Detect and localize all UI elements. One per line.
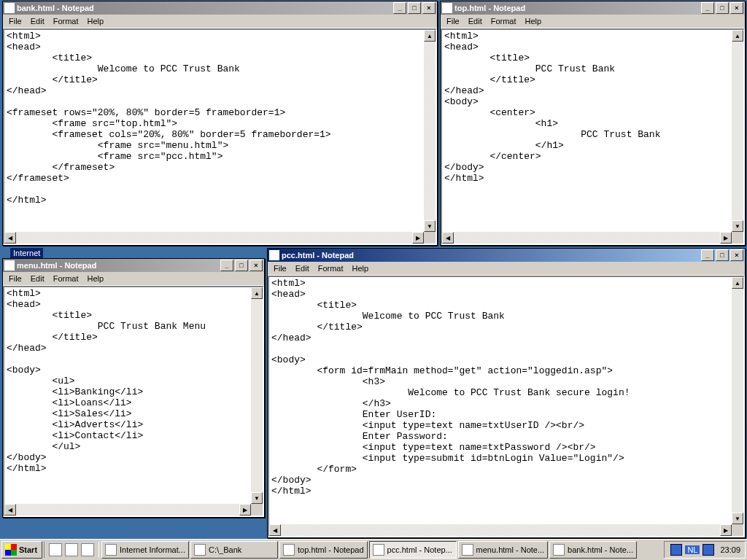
background-window-caption: Internet [10,248,43,258]
taskbar-item[interactable]: C:\_Bank [190,541,278,559]
menu-edit[interactable]: Edit [26,273,49,284]
resize-grip[interactable] [732,232,743,244]
document-content: <html> <head> <title> Welcome to PCC Tru… [4,30,424,206]
quicklaunch-ie-icon[interactable] [65,543,78,556]
menu-edit[interactable]: Edit [26,16,49,26]
resize-grip[interactable] [251,504,263,516]
menu-help[interactable]: Help [83,273,109,284]
scroll-down-icon[interactable]: ▼ [732,220,743,232]
close-button[interactable]: × [730,2,743,14]
close-button[interactable]: × [249,260,263,271]
taskbar-item[interactable]: bank.html - Note... [549,541,637,559]
tray-volume-icon[interactable] [703,544,714,556]
menu-format[interactable]: Format [49,16,83,26]
menu-help[interactable]: Help [83,16,109,26]
app-icon [553,544,565,556]
task-items: Internet Informat...C:\_Banktop.html - N… [99,541,664,559]
notepad-icon: ✎ [4,260,15,271]
scroll-up-icon[interactable]: ▲ [732,30,743,42]
tray-icon[interactable] [670,544,682,556]
title-text: top.html - Notepad [454,4,700,12]
menu-file[interactable]: File [269,263,291,273]
start-button[interactable]: Start [1,541,42,559]
taskbar-item-label: pcc.html - Notep... [387,545,452,554]
minimize-button[interactable]: _ [701,2,714,14]
scroll-down-icon[interactable]: ▼ [251,492,263,504]
text-area[interactable]: <html> <head> <title> PCC Trust Bank </t… [442,30,732,232]
titlebar-bank[interactable]: ✎ bank.html - Notepad _ □ × [3,1,437,15]
minimize-button[interactable]: _ [220,260,233,271]
scrollbar-vertical[interactable]: ▲▼ [251,287,263,504]
close-button[interactable]: × [730,249,743,261]
notepad-icon: ✎ [442,3,452,13]
menu-file[interactable]: File [442,16,464,26]
taskbar-item-label: bank.html - Note... [568,545,633,554]
language-indicator[interactable]: NL [685,545,700,554]
scrollbar-vertical[interactable]: ▲▼ [424,30,436,232]
resize-grip[interactable] [424,232,436,244]
menu-file[interactable]: File [4,273,26,284]
quicklaunch-outlook-icon[interactable] [81,543,94,556]
scroll-left-icon[interactable]: ◀ [4,504,16,516]
menu-edit[interactable]: Edit [464,16,487,26]
resize-grip[interactable] [732,524,743,536]
title-text: bank.html - Notepad [17,4,392,12]
system-tray: NL 23:09 [664,541,746,559]
taskbar-item[interactable]: top.html - Notepad [279,541,368,559]
scrollbar-horizontal[interactable]: ◀▶ [442,232,732,244]
menu-edit[interactable]: Edit [291,263,314,273]
text-area[interactable]: <html> <head> <title> PCC Trust Bank Men… [4,287,251,504]
titlebar-pcc[interactable]: ✎ pcc.html - Notepad _ □ × [268,249,745,262]
close-button[interactable]: × [422,2,436,14]
taskbar-item[interactable]: pcc.html - Notep... [369,541,457,559]
taskbar-item-label: top.html - Notepad [298,545,364,554]
scrollbar-horizontal[interactable]: ◀▶ [269,524,732,536]
title-text: pcc.html - Notepad [282,251,700,260]
scroll-down-icon[interactable]: ▼ [732,513,743,524]
titlebar-top[interactable]: ✎ top.html - Notepad _ □ × [441,1,745,15]
menu-help[interactable]: Help [348,263,374,273]
notepad-icon: ✎ [269,250,279,260]
scroll-left-icon[interactable]: ◀ [442,232,454,244]
scrollbar-vertical[interactable]: ▲▼ [732,277,743,524]
menubar: File Edit Format Help [268,262,745,276]
scrollbar-horizontal[interactable]: ◀▶ [4,232,424,244]
app-icon [194,544,206,556]
scroll-right-icon[interactable]: ▶ [412,232,424,244]
scroll-right-icon[interactable]: ▶ [720,232,732,244]
menu-file[interactable]: File [4,16,26,26]
windows-logo-icon [5,544,17,556]
scroll-up-icon[interactable]: ▲ [732,277,743,289]
scrollbar-vertical[interactable]: ▲▼ [732,30,743,232]
app-icon [283,544,295,556]
scroll-left-icon[interactable]: ◀ [4,232,16,244]
scroll-left-icon[interactable]: ◀ [269,524,281,536]
titlebar-menu[interactable]: ✎ menu.html - Notepad _ □ × [3,259,264,272]
window-bank: ✎ bank.html - Notepad _ □ × File Edit Fo… [2,1,438,246]
menu-format[interactable]: Format [49,273,83,284]
scroll-right-icon[interactable]: ▶ [720,524,732,536]
taskbar-item-label: menu.html - Note... [476,545,545,554]
maximize-button[interactable]: □ [235,260,248,271]
clock[interactable]: 23:09 [720,545,740,554]
scroll-down-icon[interactable]: ▼ [424,220,436,232]
menu-help[interactable]: Help [521,16,546,26]
text-area[interactable]: <html> <head> <title> Welcome to PCC Tru… [269,277,732,524]
scroll-up-icon[interactable]: ▲ [251,287,263,299]
menu-format[interactable]: Format [314,263,348,273]
quicklaunch-desktop-icon[interactable] [49,543,62,556]
maximize-button[interactable]: □ [716,2,729,14]
scroll-up-icon[interactable]: ▲ [424,30,436,42]
taskbar-item[interactable]: menu.html - Note... [458,541,549,559]
taskbar-item[interactable]: Internet Informat... [101,541,189,559]
scroll-right-icon[interactable]: ▶ [239,504,251,516]
maximize-button[interactable]: □ [408,2,421,14]
text-area[interactable]: <html> <head> <title> Welcome to PCC Tru… [4,30,424,232]
minimize-button[interactable]: _ [701,249,714,261]
menu-format[interactable]: Format [487,16,521,26]
document-content: <html> <head> <title> PCC Trust Bank Men… [4,287,251,475]
taskbar: Start Internet Informat...C:\_Banktop.ht… [0,539,747,560]
scrollbar-horizontal[interactable]: ◀▶ [4,504,251,516]
maximize-button[interactable]: □ [716,249,729,261]
minimize-button[interactable]: _ [393,2,406,14]
